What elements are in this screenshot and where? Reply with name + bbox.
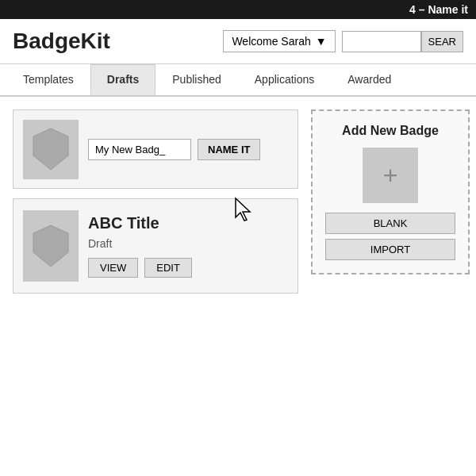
blank-button[interactable]: BLANK [325,213,455,234]
tab-awarded[interactable]: Awarded [331,64,408,95]
new-badge-inputs: NAME IT [88,139,260,160]
add-new-badge-title: Add New Badge [342,124,439,138]
tab-templates[interactable]: Templates [6,64,90,95]
abc-badge-icon [23,210,79,282]
top-bar-text: 4 – Name it [409,3,468,16]
welcome-label: Welcome Sarah [232,35,310,48]
abc-badge-actions: VIEW EDIT [88,258,192,278]
abc-badge-card: ABC Title Draft VIEW EDIT [13,198,298,294]
add-new-buttons: BLANK IMPORT [325,213,455,260]
badge-name-input[interactable] [88,139,191,160]
tab-applications[interactable]: Applications [238,64,332,95]
nav-tabs: Templates Drafts Published Applications … [0,64,476,97]
new-badge-card: NAME IT [13,109,298,189]
main-content: NAME IT ABC Title Draft VIEW EDIT Add Ne… [0,97,476,306]
search-button[interactable]: SEAR [421,31,463,52]
add-new-badge-panel: Add New Badge + BLANK IMPORT [311,109,470,274]
abc-badge-status: Draft [88,237,192,250]
svg-marker-1 [33,225,68,267]
import-button[interactable]: IMPORT [325,239,455,260]
edit-button[interactable]: EDIT [144,258,192,278]
app-title: BadgeKit [13,29,223,54]
left-column: NAME IT ABC Title Draft VIEW EDIT [13,109,298,294]
welcome-dropdown[interactable]: Welcome Sarah ▼ [223,30,335,52]
tab-published[interactable]: Published [155,64,238,95]
abc-badge-shield-icon [32,224,70,268]
name-it-button[interactable]: NAME IT [198,139,260,160]
top-bar: 4 – Name it [0,0,476,19]
view-button[interactable]: VIEW [88,258,138,278]
add-new-icon[interactable]: + [363,148,418,203]
search-input[interactable] [342,31,421,52]
svg-marker-0 [33,129,68,170]
abc-badge-info: ABC Title Draft VIEW EDIT [88,214,192,278]
badge-shield-icon [32,127,70,171]
dropdown-arrow-icon: ▼ [316,35,327,48]
header: BadgeKit Welcome Sarah ▼ SEAR [0,19,476,64]
abc-badge-title: ABC Title [88,214,192,232]
new-badge-icon [23,120,79,179]
tab-drafts[interactable]: Drafts [90,64,155,95]
